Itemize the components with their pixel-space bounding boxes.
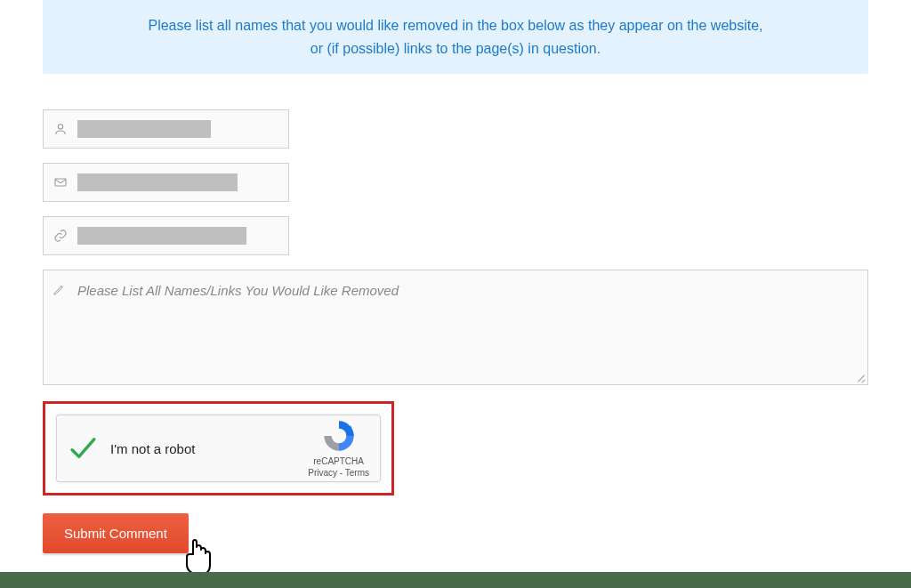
email-value-redacted: [77, 173, 238, 191]
recaptcha-highlight-box: I'm not a robot reCAPTCHA Privacy - Term…: [43, 401, 394, 495]
notice-line-1: Please list all names that you would lik…: [64, 14, 847, 37]
recaptcha-branding: reCAPTCHA Privacy - Terms: [308, 418, 369, 479]
name-value-redacted: [77, 120, 211, 138]
notice-line-2: or (if possible) links to the page(s) in…: [64, 37, 847, 60]
recaptcha-label: I'm not a robot: [110, 441, 308, 456]
svg-rect-1: [55, 179, 66, 186]
recaptcha-privacy-link[interactable]: Privacy: [308, 468, 337, 478]
mail-icon: [52, 174, 69, 190]
pencil-icon: [52, 283, 69, 299]
recaptcha-logo-icon: [321, 418, 357, 454]
name-field[interactable]: [43, 109, 289, 149]
email-field[interactable]: [43, 163, 289, 202]
recaptcha-widget[interactable]: I'm not a robot reCAPTCHA Privacy - Term…: [56, 415, 381, 482]
person-icon: [52, 121, 69, 137]
recaptcha-terms-link[interactable]: Terms: [345, 468, 369, 478]
resize-handle-icon[interactable]: [855, 372, 866, 383]
notice-banner: Please list all names that you would lik…: [43, 0, 868, 74]
textarea-placeholder: Please List All Names/Links You Would Li…: [77, 283, 399, 372]
link-icon: [52, 228, 69, 244]
checkmark-icon: [68, 433, 98, 463]
svg-point-0: [58, 125, 62, 129]
removal-textarea[interactable]: Please List All Names/Links You Would Li…: [43, 270, 868, 385]
submit-comment-button[interactable]: Submit Comment: [43, 513, 189, 553]
url-value-redacted: [77, 227, 246, 245]
url-field[interactable]: [43, 216, 289, 255]
recaptcha-brand-text: reCAPTCHA: [308, 455, 369, 467]
footer-bar: [0, 572, 911, 588]
